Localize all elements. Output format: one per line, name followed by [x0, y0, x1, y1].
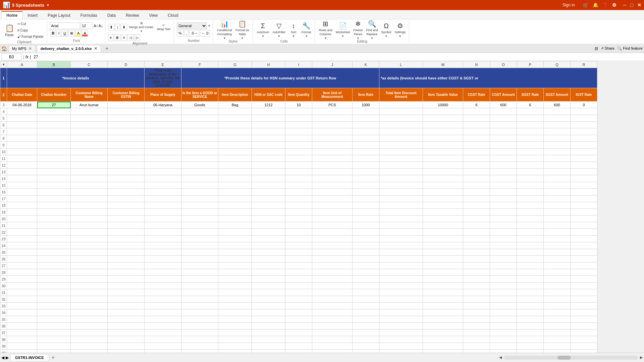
add-tab-button[interactable]: + — [104, 45, 110, 52]
align-right-button[interactable]: ≡ — [121, 34, 126, 41]
format-button[interactable]: 🔧 Format ▼ — [300, 21, 313, 39]
scroll-right-button[interactable]: ▶ — [640, 355, 643, 360]
tab-home[interactable]: Home — [1, 11, 22, 19]
col-header-p[interactable]: P — [517, 61, 544, 68]
cell-a3[interactable]: 04-06-2018 — [7, 102, 37, 108]
conditional-formatting-button[interactable]: 📊 Conditional Formatting ▼ — [216, 21, 233, 39]
formula-input[interactable] — [32, 55, 643, 59]
align-center-button[interactable]: ≣ — [114, 34, 120, 41]
tab-formulas[interactable]: Formulas — [75, 11, 102, 19]
comma-button[interactable]: , — [184, 30, 189, 37]
grid-wrapper[interactable]: ▾ A B C D E F G H I J K L M N O P — [0, 61, 644, 353]
autofilter-button[interactable]: ▽ AutoFilter ▼ — [271, 21, 287, 39]
header-cgst-rate[interactable]: CGST Rate — [463, 88, 490, 102]
share-button[interactable]: ↗ Share — [601, 46, 614, 51]
tab-cloud[interactable]: Cloud — [163, 11, 183, 19]
header-item-taxable-value[interactable]: Item Taxable Value — [423, 88, 463, 102]
font-name-input[interactable] — [50, 22, 80, 29]
cell-q3[interactable]: 600 — [544, 102, 571, 108]
scroll-left-button[interactable]: ◀ — [499, 355, 502, 360]
cart-icon[interactable]: 🛒 — [583, 2, 589, 8]
col-header-r[interactable]: R — [571, 61, 597, 68]
hsn-summary-cell[interactable]: *Provide these details for HSN summary u… — [181, 68, 379, 88]
col-header-j[interactable]: J — [312, 61, 353, 68]
settings-icon[interactable]: ⚙ — [612, 2, 616, 8]
col-header-l[interactable]: L — [379, 61, 423, 68]
symbol-button[interactable]: Ω Symbol ▼ — [380, 21, 393, 39]
col-header-h[interactable]: H — [252, 61, 285, 68]
col-header-m[interactable]: M — [423, 61, 463, 68]
cell-n3[interactable]: 6 — [463, 102, 490, 108]
cell-l3[interactable] — [379, 102, 423, 108]
increase-decimal-button[interactable]: ←.0 — [200, 30, 210, 37]
cell-g3[interactable]: Bag — [218, 102, 252, 108]
increase-font-button[interactable]: A↑ — [94, 24, 98, 28]
close-mywps-tab[interactable]: ✕ — [29, 46, 32, 51]
add-sheet-button[interactable]: + — [52, 355, 55, 361]
app-menu-arrow[interactable]: ▼ — [46, 3, 50, 7]
tab-view[interactable]: View — [144, 11, 163, 19]
tab-insert[interactable]: Insert — [22, 11, 43, 19]
decrease-font-button[interactable]: A↓ — [99, 24, 103, 28]
freeze-panes-button[interactable]: ❄ Freeze Panes ▼ — [352, 21, 364, 39]
cell-c3[interactable]: Arun kumar — [71, 102, 108, 108]
align-left-button[interactable]: ≡ — [108, 34, 113, 41]
cell-r3[interactable]: 0 — [571, 102, 597, 108]
header-place-of-supply[interactable]: Place of Supply — [145, 88, 181, 102]
align-middle-button[interactable]: ↕ — [115, 24, 120, 31]
cell-a4[interactable] — [7, 108, 37, 115]
cell-e3[interactable]: 06-Haryana — [145, 102, 181, 108]
invoice-details-cell[interactable]: *Invoice details — [7, 68, 145, 88]
maximize-icon[interactable]: □ — [631, 2, 633, 8]
bell-icon[interactable]: 🔔 — [593, 2, 598, 8]
col-header-d[interactable]: D — [108, 61, 145, 68]
cell-k3[interactable]: 1000 — [353, 102, 379, 108]
find-replace-button[interactable]: 🔍 Find and Replace ▼ — [365, 21, 379, 39]
col-header-i[interactable]: I — [285, 61, 312, 68]
cell-d3[interactable] — [108, 102, 145, 108]
header-total-discount[interactable]: Total Item Discount Amount — [379, 88, 423, 102]
help-icon[interactable]: ❓ — [602, 2, 608, 8]
wrap-text-button[interactable]: ↵ Wrap Text — [156, 23, 172, 32]
copy-button[interactable]: ⎘ Copy — [16, 27, 45, 33]
header-cgst-amount[interactable]: CGST Amount — [490, 88, 517, 102]
header-sgst-amount[interactable]: SGST Amount — [544, 88, 571, 102]
header-challan-date[interactable]: Challan Date — [7, 88, 37, 102]
tab-review[interactable]: Review — [121, 11, 144, 19]
align-top-button[interactable]: ⬆ — [108, 24, 114, 31]
signin-button[interactable]: Sign in — [558, 1, 579, 9]
close-icon[interactable]: ✕ — [637, 2, 641, 8]
border-button[interactable]: ⊞ — [68, 30, 75, 37]
next-sheet-button[interactable]: ▶ — [6, 355, 9, 360]
close-delivery-tab[interactable]: ✕ — [94, 46, 97, 51]
underline-button[interactable]: U — [62, 30, 68, 37]
home-icon[interactable]: 🏠 — [1, 46, 7, 51]
find-feature-button[interactable]: 🔍 Find feature — [617, 46, 643, 51]
file-tab-mywps[interactable]: My WPS ✕ — [8, 45, 36, 52]
number-format-select[interactable]: General Number Currency — [177, 22, 207, 29]
bold-button[interactable]: B — [50, 30, 56, 37]
minimize-icon[interactable]: ─ — [623, 2, 627, 8]
col-header-q[interactable]: Q — [544, 61, 571, 68]
header-item-rate[interactable]: Item Rate — [353, 88, 379, 102]
decrease-decimal-button[interactable]: .0→ — [189, 30, 199, 37]
col-header-e[interactable]: E — [145, 61, 181, 68]
cell-b3[interactable]: 27 — [37, 102, 71, 108]
sort-button[interactable]: ↕ Sort ▼ — [287, 21, 300, 39]
rows-columns-button[interactable]: ⊞ Rows and Columns ▼ — [318, 21, 334, 39]
cell-f3[interactable]: Goods — [181, 102, 218, 108]
header-challan-number[interactable]: Challan Number — [37, 88, 71, 102]
col-header-c[interactable]: C — [71, 61, 108, 68]
format-painter-button[interactable]: 🖌 Format Painter — [16, 34, 45, 40]
decrease-indent-button[interactable]: ◁ — [127, 34, 133, 41]
col-header-g[interactable]: G — [218, 61, 252, 68]
header-sgst-rate[interactable]: SGST Rate — [517, 88, 544, 102]
header-customer-billing-gstin[interactable]: Customer Billing GSTIN — [108, 88, 145, 102]
cell-p3[interactable]: 6 — [517, 102, 544, 108]
paste-button[interactable]: 📋 Paste — [3, 21, 15, 39]
settings-button[interactable]: ⚙ Settings ▼ — [393, 21, 407, 39]
merge-center-button[interactable]: ⊞ Merge and Center ▼ — [128, 21, 155, 34]
tax-details-cell[interactable]: *ax details (Invoice should have either … — [379, 68, 597, 88]
font-size-input[interactable] — [81, 22, 93, 29]
fill-color-button[interactable]: A — [75, 30, 81, 37]
